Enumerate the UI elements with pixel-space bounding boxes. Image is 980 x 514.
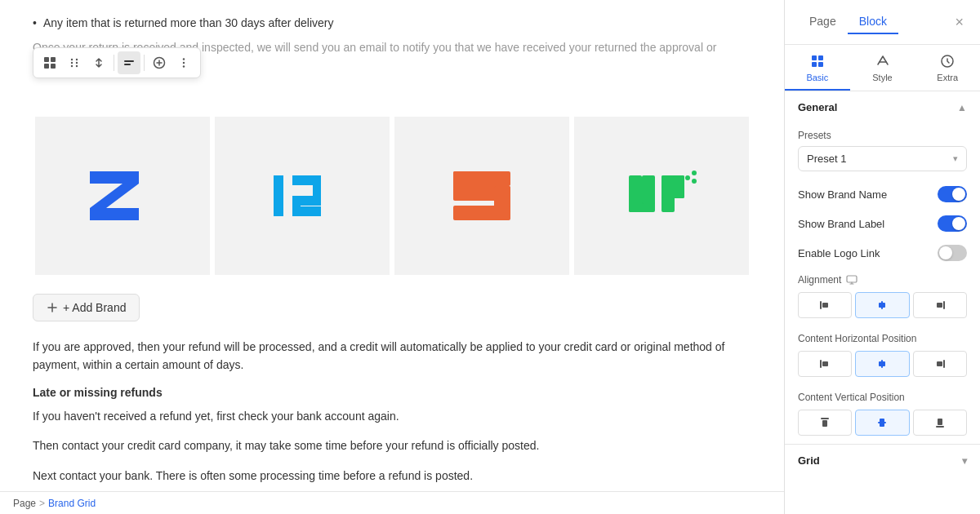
brand-cell-1 [33,114,212,277]
tab-block[interactable]: Block [848,10,898,34]
content-v-middle-btn[interactable] [855,410,909,436]
svg-rect-45 [822,303,828,308]
general-chevron: ▲ [957,102,967,113]
svg-rect-0 [44,57,49,62]
brand-logo-4 [621,163,702,228]
content-h-right-btn[interactable] [913,351,967,377]
toolbar-block-btn[interactable] [38,51,61,74]
svg-rect-50 [820,360,822,368]
presets-label: Presets [798,130,967,141]
add-icon [47,302,58,313]
content-v-bottom-btn[interactable] [913,410,967,436]
svg-rect-17 [274,175,283,185]
h-align-center-icon [875,357,889,370]
toggle-show-brand-name: Show Brand Name [785,179,980,209]
toolbar-arrows-btn[interactable] [87,51,110,74]
toggle-enable-logo-link: Enable Logo Link [785,238,980,268]
svg-rect-10 [124,60,134,62]
brand-cell-3 [392,114,572,277]
toggle-show-brand-label: Show Brand Label [785,209,980,238]
brand-logo-3 [441,163,523,228]
toggle-brand-name-switch[interactable] [938,186,967,202]
svg-rect-48 [943,301,945,309]
brand-grid [33,114,751,277]
body-text-3: Then contact your credit card company, i… [33,436,751,454]
content-vertical-btn-group [785,406,980,444]
tab-page[interactable]: Page [798,10,848,34]
grid-chevron: ▾ [962,455,967,467]
toggle-brand-label-switch[interactable] [938,215,967,232]
breadcrumb-root[interactable]: Page [13,498,36,509]
svg-point-15 [183,65,185,67]
svg-rect-51 [822,361,828,366]
svg-rect-34 [673,175,684,198]
svg-rect-2 [44,64,49,69]
align-center-btn[interactable] [855,292,909,318]
grid-section-header[interactable]: Grid ▾ [785,444,980,476]
align-left-btn[interactable] [798,292,852,318]
tab-extra[interactable]: Extra [915,45,980,91]
svg-rect-57 [822,420,827,427]
brand-grid-container [33,114,751,277]
add-brand-button[interactable]: + Add Brand [33,294,140,321]
body-text-4: Next contact your bank. There is often s… [33,467,751,485]
content-v-top-btn[interactable] [798,410,852,436]
extra-icon [939,53,956,69]
toolbar-more-btn[interactable] [172,51,195,74]
bold-heading: Late or missing refunds [33,386,751,399]
preset-dropdown[interactable]: Preset 1 ▾ [798,146,967,171]
panel-header: Page Block × [785,0,980,45]
svg-rect-54 [943,360,945,368]
svg-rect-44 [820,301,822,309]
brand-logo-1 [82,163,163,228]
tab-style[interactable]: Style [850,45,915,91]
svg-rect-30 [642,175,655,204]
content-vertical-label: Content Vertical Position [785,385,980,406]
toolbar-add-btn[interactable] [148,51,171,74]
svg-point-37 [692,179,697,184]
svg-rect-47 [879,303,885,308]
toggle-knob [952,188,965,201]
svg-rect-19 [313,175,321,198]
preset-chevron: ▾ [953,153,958,164]
v-align-middle-icon [875,416,889,429]
style-icon [875,53,891,69]
v-align-top-icon [818,416,831,429]
tab-basic[interactable]: Basic [785,45,850,91]
svg-rect-53 [879,361,885,366]
panel-tabs: Page Block [798,10,898,34]
block-toolbar [33,47,201,78]
svg-rect-59 [880,419,884,427]
presets-field: Presets Preset 1 ▾ [785,122,980,179]
content-h-center-btn[interactable] [855,351,909,377]
h-align-right-icon [933,357,947,370]
basic-icon [809,53,826,69]
toolbar-sep [114,55,114,71]
svg-rect-40 [812,62,817,67]
svg-rect-49 [937,303,942,308]
h-align-left-icon [818,357,831,370]
toggle-knob-3 [939,246,952,259]
svg-point-5 [76,59,78,60]
svg-rect-22 [292,206,321,216]
svg-point-6 [71,62,73,64]
svg-rect-56 [821,418,829,419]
toggle-logo-link-switch[interactable] [938,245,967,261]
svg-rect-43 [847,276,857,282]
toolbar-drag-btn[interactable] [63,51,86,74]
svg-rect-61 [938,419,942,425]
toolbar-align-btn[interactable] [118,51,140,74]
body-text-2: If you haven't received a refund yet, fi… [33,407,751,425]
close-button[interactable]: × [951,14,967,31]
svg-rect-3 [51,64,56,69]
svg-point-7 [76,62,78,64]
breadcrumb-bar: Page > Brand Grid [0,491,784,514]
align-right-btn[interactable] [913,292,967,318]
svg-point-35 [685,175,690,180]
content-h-left-btn[interactable] [798,351,852,377]
svg-point-36 [692,171,697,175]
breadcrumb-current[interactable]: Brand Grid [48,498,96,509]
brand-cell-4 [572,114,751,277]
tab-icons-row: Basic Style Extra [785,45,980,91]
general-section-header[interactable]: General ▲ [785,91,980,122]
